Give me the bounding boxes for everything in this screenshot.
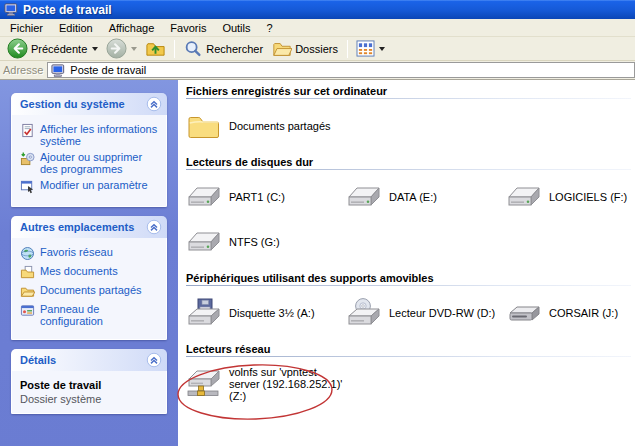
hard-drive-tile[interactable]: PART1 (C:) — [186, 177, 346, 217]
back-label: Précédente — [31, 43, 88, 55]
panel-details: Détails Poste de travail Dossier système — [11, 349, 167, 414]
back-button[interactable]: Précédente — [4, 37, 101, 60]
section-divider — [186, 285, 631, 286]
network-places-icon — [20, 246, 35, 261]
sidebar-link[interactable]: Documents partagés — [20, 284, 162, 299]
panel-body: Favoris réseauMes documentsDocuments par… — [11, 238, 167, 340]
network-drive-tile[interactable]: volnfs sur 'vpntest server (192.168.252.… — [186, 364, 346, 404]
sidebar-link[interactable]: Modifier un paramètre — [20, 179, 162, 194]
address-value: Poste de travail — [70, 64, 146, 76]
sidebar-link[interactable]: Mes documents — [20, 265, 162, 280]
panel-body: Poste de travail Dossier système — [11, 371, 167, 414]
sidebar-link[interactable]: Favoris réseau — [20, 246, 162, 261]
removable-drive-tile[interactable]: CORSAIR (J:) — [506, 293, 635, 333]
panel-title: Autres emplacements — [20, 221, 134, 233]
sidebar-link[interactable]: Panneau de configuration — [20, 303, 162, 327]
views-dropdown-icon[interactable] — [379, 47, 385, 51]
panel-body: Afficher les informations systèmeAjouter… — [11, 115, 167, 207]
address-label: Adresse — [3, 64, 43, 76]
up-folder-icon — [145, 38, 166, 59]
panel-header[interactable]: Autres emplacements — [11, 216, 167, 238]
drive-label: NTFS (G:) — [229, 236, 280, 248]
content-sections: Fichiers enregistrés sur cet ordinateurD… — [178, 80, 635, 446]
details-item-type: Dossier système — [20, 393, 162, 405]
search-button[interactable]: Rechercher — [180, 38, 267, 60]
folders-button[interactable]: Dossiers — [269, 38, 342, 60]
folders-icon — [272, 39, 292, 59]
address-input[interactable]: Poste de travail — [47, 62, 635, 78]
views-icon — [356, 40, 375, 57]
control-panel-icon — [20, 303, 35, 318]
hard-drive-icon — [186, 181, 222, 213]
hard-drive-icon — [346, 181, 382, 213]
drive-label: Documents partagés — [229, 120, 331, 132]
drive-label: PART1 (C:) — [229, 191, 285, 203]
chevron-up-double-icon[interactable] — [146, 352, 162, 368]
sidebar-link-label: Afficher les informations système — [40, 123, 162, 147]
sidebar-link-label: Panneau de configuration — [40, 303, 162, 327]
section-divider — [186, 356, 631, 357]
drive-label: volnfs sur 'vpntest server (192.168.252.… — [229, 366, 346, 402]
removable-drive-icon — [506, 297, 542, 329]
hard-drive-tile[interactable]: NTFS (G:) — [186, 222, 346, 262]
change-setting-icon — [20, 179, 35, 194]
forward-icon — [106, 38, 127, 59]
hard-drive-icon — [506, 181, 542, 213]
folder-tile[interactable]: Documents partagés — [186, 106, 346, 146]
shared-documents-icon — [20, 284, 35, 299]
section-divider — [186, 98, 631, 99]
dvd-drive-tile[interactable]: Lecteur DVD-RW (D:) — [346, 293, 506, 333]
section-header: Périphériques utilisant des supports amo… — [186, 272, 635, 284]
panel-header[interactable]: Gestion du système — [11, 93, 167, 115]
panel-other-places: Autres emplacements Favoris réseauMes do… — [11, 216, 167, 340]
views-button[interactable] — [353, 39, 388, 58]
back-dropdown-icon[interactable] — [92, 47, 98, 51]
section-header: Lecteurs de disques dur — [186, 156, 635, 168]
menu-item-[interactable]: ? — [259, 21, 281, 35]
chevron-up-double-icon[interactable] — [146, 96, 162, 112]
sidebar-link[interactable]: Ajouter ou supprimer des programmes — [20, 151, 162, 175]
drive-label: Disquette 3½ (A:) — [229, 307, 315, 319]
up-button[interactable] — [142, 37, 169, 60]
network-drive-icon — [186, 368, 222, 400]
panel-title: Détails — [20, 354, 56, 366]
section-divider — [186, 169, 631, 170]
sidebar-link-label: Favoris réseau — [40, 246, 113, 261]
folders-label: Dossiers — [295, 43, 339, 55]
my-computer-icon — [51, 63, 66, 78]
hard-drive-tile[interactable]: LOGICIELS (F:) — [506, 177, 635, 217]
window-title: Poste de travail — [23, 3, 112, 17]
floppy-drive-tile[interactable]: Disquette 3½ (A:) — [186, 293, 346, 333]
search-icon — [183, 39, 203, 59]
toolbar-separator — [347, 40, 348, 58]
title-bar[interactable]: Poste de travail — [0, 0, 635, 19]
chevron-up-double-icon[interactable] — [146, 219, 162, 235]
dvd-drive-icon — [346, 297, 382, 329]
back-icon — [7, 38, 28, 59]
toolbar-separator — [174, 40, 175, 58]
menu-item-outils[interactable]: Outils — [214, 21, 258, 35]
sidebar-link-label: Modifier un paramètre — [40, 179, 148, 194]
drive-label: CORSAIR (J:) — [549, 307, 618, 319]
system-info-icon — [20, 123, 35, 138]
task-pane-sidebar: Gestion du système Afficher les informat… — [0, 80, 178, 446]
menu-bar: FichierEditionAffichageFavorisOutils? — [0, 19, 635, 37]
my-documents-icon — [20, 265, 35, 280]
my-computer-icon — [4, 2, 19, 17]
sidebar-link-label: Ajouter ou supprimer des programmes — [40, 151, 162, 175]
sidebar-link[interactable]: Afficher les informations système — [20, 123, 162, 147]
panel-system-tasks: Gestion du système Afficher les informat… — [11, 93, 167, 207]
menu-item-fichier[interactable]: Fichier — [2, 21, 51, 35]
menu-item-edition[interactable]: Edition — [51, 21, 101, 35]
sidebar-link-label: Mes documents — [40, 265, 118, 280]
menu-item-favoris[interactable]: Favoris — [162, 21, 214, 35]
drive-label: LOGICIELS (F:) — [549, 191, 627, 203]
explorer-window: Poste de travail FichierEditionAffichage… — [0, 0, 635, 446]
address-bar: Adresse Poste de travail — [0, 61, 635, 80]
section-header: Fichiers enregistrés sur cet ordinateur — [186, 85, 635, 97]
panel-header[interactable]: Détails — [11, 349, 167, 371]
menu-item-affichage[interactable]: Affichage — [101, 21, 163, 35]
panel-title: Gestion du système — [20, 98, 125, 110]
forward-button[interactable] — [103, 37, 140, 60]
hard-drive-tile[interactable]: DATA (E:) — [346, 177, 506, 217]
